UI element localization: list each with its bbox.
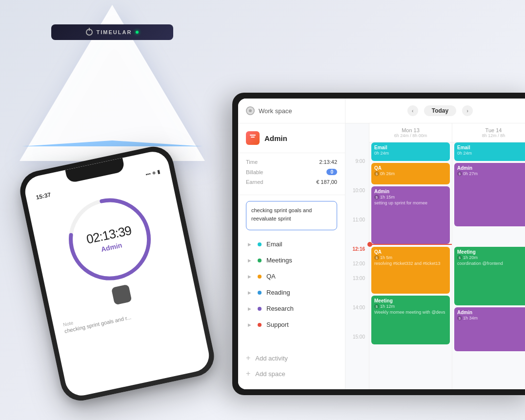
time-current: 12:16 bbox=[345, 246, 369, 261]
event-duration: 0h 24m bbox=[457, 151, 525, 156]
current-time-line bbox=[369, 244, 452, 245]
event-title: Email bbox=[374, 144, 447, 151]
time-900: 9:00 bbox=[345, 159, 369, 188]
time-1400: 14:00 bbox=[345, 305, 369, 334]
play-icon-research bbox=[246, 305, 253, 312]
event-desc: Weekly momee meeting with @devs bbox=[374, 310, 447, 315]
event-qa-mon2[interactable]: QA $ 1h 5m resolving #ticket332 and #tic… bbox=[371, 247, 450, 294]
device-top-bar: TIMEULAR bbox=[51, 24, 173, 40]
calendar-header: ‹ Today › bbox=[345, 99, 525, 123]
workspace-header[interactable]: Work space bbox=[238, 106, 345, 123]
billable-icon: $ bbox=[374, 171, 379, 176]
event-desc: setting up sprint for momee bbox=[374, 200, 447, 205]
event-admin-tue1[interactable]: Admin $ 0h 27m bbox=[454, 163, 525, 226]
admin-name: Admin bbox=[264, 134, 287, 142]
event-duration: $ 1h 34m bbox=[457, 316, 525, 320]
activity-dot-reading bbox=[258, 291, 262, 295]
event-title: Email bbox=[457, 144, 525, 151]
power-icon bbox=[86, 29, 93, 36]
event-desc: resolving #ticket332 and #ticket13 bbox=[374, 261, 447, 266]
earned-label: Earned bbox=[246, 179, 263, 185]
activity-item-research[interactable]: Research bbox=[238, 300, 345, 317]
activity-name-qa: QA bbox=[266, 273, 276, 280]
play-icon-reading bbox=[246, 289, 253, 296]
event-duration: $ 0h 27m bbox=[457, 171, 525, 176]
timeular-device: TIMEULAR bbox=[10, 0, 215, 161]
event-duration: $ 1h 20m bbox=[457, 255, 525, 260]
event-email-tue[interactable]: Email 0h 24m bbox=[454, 142, 525, 161]
play-icon-meetings bbox=[246, 257, 253, 264]
wifi-icon: ⌾ bbox=[152, 170, 156, 176]
svg-point-1 bbox=[249, 109, 252, 112]
device-blue-edge bbox=[22, 140, 202, 146]
activity-name-email: Email bbox=[266, 240, 283, 248]
time-1500: 15:00 bbox=[345, 334, 369, 363]
activity-name-reading: Reading bbox=[266, 289, 290, 296]
add-space-btn[interactable]: + Add space bbox=[238, 366, 345, 381]
event-duration: $ 1h 15m bbox=[374, 195, 447, 200]
play-icon-support bbox=[246, 321, 253, 328]
tablet-container: Work space Admin Time 2:13:42 Billable bbox=[232, 93, 525, 395]
event-duration: $ 0h 26m bbox=[374, 171, 447, 176]
event-title: Admin bbox=[457, 165, 525, 171]
stop-button[interactable] bbox=[111, 284, 132, 305]
activity-item-email[interactable]: Email bbox=[238, 236, 345, 252]
add-activity-btn[interactable]: + Add activity bbox=[238, 350, 345, 366]
day-tue14-subtitle: 8h 12m / 8h bbox=[452, 133, 525, 138]
next-btn[interactable]: › bbox=[462, 105, 473, 116]
activity-dot-research bbox=[258, 307, 262, 311]
billable-label: Billable bbox=[246, 169, 263, 175]
device-led bbox=[136, 31, 139, 34]
event-title: Meeting bbox=[374, 298, 447, 304]
phone-timer-circle: 02:13:39 Admin bbox=[58, 187, 162, 291]
time-1000: 10:00 bbox=[345, 188, 369, 217]
day-mon13: Mon 13 6h 24m / 8h 00m Email 0h 24m Q bbox=[369, 123, 452, 389]
billable-icon: $ bbox=[457, 316, 462, 320]
today-btn[interactable]: Today bbox=[424, 105, 456, 116]
activity-item-qa[interactable]: QA bbox=[238, 268, 345, 284]
event-email-mon[interactable]: Email 0h 24m bbox=[371, 142, 450, 161]
admin-section: Admin bbox=[238, 127, 345, 153]
event-duration: $ 1h 5m bbox=[374, 255, 447, 260]
sidebar-stats: Time 2:13:42 Billable 0 Earned € 187,00 bbox=[238, 153, 345, 195]
app-calendar: ‹ Today › 9:00 10:00 11:00 12:16 12:00 1… bbox=[345, 99, 525, 389]
activity-name-research: Research bbox=[266, 305, 294, 312]
time-1100: 11:00 bbox=[345, 217, 369, 246]
event-title: QA bbox=[374, 165, 447, 171]
billable-icon: $ bbox=[374, 304, 379, 309]
billable-toggle[interactable]: 0 bbox=[326, 169, 337, 175]
event-meeting-mon[interactable]: Meeting $ 1h 12m Weekly momee meeting wi… bbox=[371, 296, 450, 344]
event-duration: 0h 24m bbox=[374, 151, 447, 156]
calendar-columns: 9:00 10:00 11:00 12:16 12:00 13:00 14:00… bbox=[345, 123, 525, 389]
tablet-body: Work space Admin Time 2:13:42 Billable bbox=[232, 93, 525, 395]
event-admin-tue2[interactable]: Admin $ 1h 34m bbox=[454, 307, 525, 351]
day-tue14-events: Email 0h 24m Admin $ 0h 27m Meeting bbox=[452, 142, 525, 389]
event-duration: $ 1h 12m bbox=[374, 304, 447, 309]
device-brand: TIMEULAR bbox=[97, 29, 132, 35]
add-space-icon: + bbox=[246, 370, 250, 378]
activity-item-reading[interactable]: Reading bbox=[238, 284, 345, 300]
event-admin-mon[interactable]: Admin $ 1h 15m setting up sprint for mom… bbox=[371, 186, 450, 244]
billable-icon: $ bbox=[374, 255, 379, 260]
event-qa-mon1[interactable]: QA $ 0h 26m bbox=[371, 163, 450, 184]
earned-value: € 187,00 bbox=[316, 179, 337, 185]
day-tue14-name: Tue 14 bbox=[452, 127, 525, 133]
add-activity-label: Add activity bbox=[255, 355, 287, 362]
event-meeting-tue[interactable]: Meeting $ 1h 20m coordination @frontend bbox=[454, 247, 525, 305]
activity-item-meetings[interactable]: Meetings bbox=[238, 252, 345, 268]
activity-item-support[interactable]: Support bbox=[238, 317, 345, 333]
day-tue14-header: Tue 14 8h 12m / 8h bbox=[452, 123, 525, 142]
day-mon13-header: Mon 13 6h 24m / 8h 00m bbox=[369, 123, 452, 142]
time-1200: 12:00 bbox=[345, 261, 369, 276]
prev-btn[interactable]: ‹ bbox=[407, 105, 418, 116]
day-mon13-events: Email 0h 24m QA $ 0h 26m Admin bbox=[369, 142, 452, 389]
activity-list: Email Meetings QA Reading Research Suppo… bbox=[238, 236, 345, 350]
day-mon13-subtitle: 6h 24m / 8h 00m bbox=[369, 133, 452, 138]
event-desc: coordination @frontend bbox=[457, 261, 525, 266]
event-title: Meeting bbox=[457, 249, 525, 255]
note-textarea[interactable]: checking sprint goals and reevaluate spr… bbox=[246, 201, 337, 230]
event-title: QA bbox=[374, 249, 447, 255]
day-mon13-name: Mon 13 bbox=[369, 127, 452, 133]
activity-dot-email bbox=[258, 242, 262, 246]
activity-dot-support bbox=[258, 323, 262, 327]
